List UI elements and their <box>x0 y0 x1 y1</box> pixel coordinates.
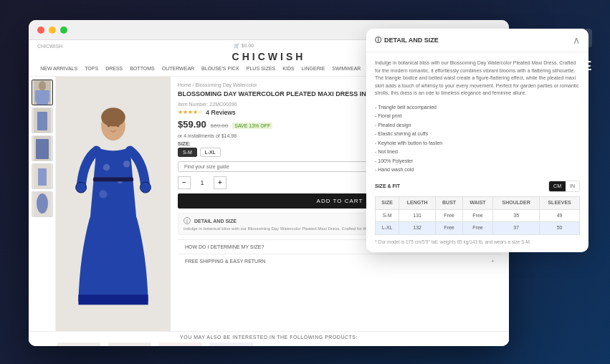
feature-0: Triangle belt accompanied <box>375 103 580 112</box>
nav-lingerie[interactable]: LINGERIE <box>302 66 325 71</box>
col-sleeves: SLEEVES <box>540 197 580 210</box>
row0-size: S-M <box>376 209 399 222</box>
detail-icon: ⓘ <box>375 36 381 45</box>
related-image-1 <box>108 343 151 346</box>
svg-rect-10 <box>38 168 47 186</box>
decrease-qty[interactable]: − <box>178 176 191 189</box>
maximize-button-dot[interactable] <box>60 27 67 34</box>
review-count[interactable]: 4 Reviews <box>206 109 236 116</box>
nav-plus[interactable]: PLUS SIZES <box>247 66 275 71</box>
related-item-3[interactable]: Blossoming Day Watercolor Pleated Maxi D… <box>210 343 257 346</box>
accordion-size-label: HOW DO I DETERMINE MY SIZE? <box>185 244 264 249</box>
table-header-row: SIZE LENGTH BUST WAIST SHOULDER SLEEVES <box>376 197 580 210</box>
product-price: $59.90 <box>178 119 206 130</box>
feature-7: Hand wash cold <box>375 166 580 175</box>
svg-rect-6 <box>37 112 47 130</box>
row0-shoulder: 35 <box>493 209 540 222</box>
nav-swimwear[interactable]: SWIMWEAR <box>332 66 361 71</box>
popup-header: ⓘ DETAIL AND SIZE ∧ <box>366 29 588 52</box>
nav-new-arrivals[interactable]: NEW ARRIVALS <box>40 66 77 71</box>
original-price: $69.00 <box>211 123 228 129</box>
detail-size-popup: ⓘ DETAIL AND SIZE ∧ Indulge in botanical… <box>366 29 588 252</box>
table-row: L-XL 132 Free Free 37 50 <box>376 222 580 235</box>
accordion-expand-icon-1: + <box>491 258 495 264</box>
related-item-2[interactable]: Blossoming Day Watercolor Pleated Maxi D… <box>159 343 206 346</box>
svg-rect-32 <box>159 343 202 346</box>
popup-title: ⓘ DETAIL AND SIZE <box>375 36 439 45</box>
related-title: YOU MAY ALSO BE INTERESTED IN THE FOLLOW… <box>57 335 480 340</box>
table-row: S-M 131 Free Free 35 49 <box>376 209 580 222</box>
col-length: LENGTH <box>399 197 436 210</box>
thumbnail-4[interactable] <box>32 163 53 189</box>
svg-rect-3 <box>35 90 38 102</box>
svg-point-12 <box>37 193 48 214</box>
row0-bust: Free <box>436 209 463 222</box>
feature-4: Keyhole with button to fasten <box>375 139 580 148</box>
size-table: SIZE LENGTH BUST WAIST SHOULDER SLEEVES … <box>375 196 580 235</box>
col-shoulder: SHOULDER <box>493 197 540 210</box>
thumbnail-5[interactable] <box>32 191 53 217</box>
cart-icon[interactable]: 🛒 $0.00 <box>234 43 254 49</box>
svg-rect-36 <box>210 343 253 346</box>
popup-description: Indulge in botanical bliss with our Blos… <box>375 59 580 97</box>
svg-point-19 <box>123 161 130 167</box>
minimize-button-dot[interactable] <box>49 27 56 34</box>
row0-waist: Free <box>463 209 493 222</box>
nav-outerwear[interactable]: OUTERWEAR <box>162 66 194 71</box>
nav-blouses[interactable]: BLOUSE'S PICK <box>201 66 239 71</box>
svg-rect-8 <box>36 139 49 159</box>
svg-rect-28 <box>108 343 151 346</box>
related-image-2 <box>159 343 202 346</box>
svg-rect-2 <box>37 90 48 105</box>
unit-toggle: CM IN <box>548 181 580 193</box>
nav-tops[interactable]: TOPS <box>85 66 98 71</box>
product-main-image <box>56 77 171 331</box>
svg-rect-4 <box>47 90 49 102</box>
quantity-value: 1 <box>195 179 209 186</box>
accordion-shipping[interactable]: FREE SHIPPING & EASY RETURN + <box>178 254 502 268</box>
svg-point-15 <box>101 107 125 126</box>
related-item-1[interactable]: Blossoming Day Watercolor Pleated Maxi D… <box>108 343 155 346</box>
size-sm[interactable]: S-M <box>178 148 197 157</box>
svg-rect-20 <box>78 294 148 305</box>
svg-rect-21 <box>93 177 133 181</box>
popup-body: Indulge in botanical bliss with our Blos… <box>366 52 588 252</box>
row1-size: L-XL <box>376 222 399 235</box>
info-icon: i <box>184 217 191 224</box>
svg-point-18 <box>99 190 107 198</box>
row1-shoulder: 37 <box>493 222 540 235</box>
thumbnail-3[interactable] <box>32 135 53 161</box>
thumbnail-2[interactable] <box>32 107 53 133</box>
unit-in[interactable]: IN <box>566 181 579 192</box>
related-image-3 <box>210 343 253 346</box>
related-products: Rustic Printed Button Down Shirt Dress <box>57 343 257 346</box>
close-button-dot[interactable] <box>37 27 44 34</box>
svg-point-23 <box>140 182 151 193</box>
accordion-shipping-label: FREE SHIPPING & EASY RETURN <box>185 259 265 264</box>
popup-features: Triangle belt accompanied Floral print P… <box>375 103 580 175</box>
nav-bottoms[interactable]: BOTTOMS <box>130 66 154 71</box>
thumbnail-1[interactable] <box>32 80 53 105</box>
row1-sleeves: 50 <box>540 222 580 235</box>
popup-close-button[interactable]: ∧ <box>573 34 580 46</box>
col-bust: BUST <box>436 197 463 210</box>
nav-dress[interactable]: DRESS <box>105 66 123 71</box>
row1-length: 132 <box>399 222 436 235</box>
size-lxl[interactable]: L-XL <box>200 148 221 157</box>
svg-point-1 <box>39 81 46 91</box>
feature-2: Pleated design <box>375 121 580 130</box>
increase-qty[interactable]: + <box>214 176 227 189</box>
row0-length: 131 <box>399 209 436 222</box>
feature-3: Elastic shirring at cuffs <box>375 130 580 139</box>
nav-kids[interactable]: KIDS <box>282 66 294 71</box>
related-item-0[interactable]: Rustic Printed Button Down Shirt Dress <box>57 343 104 346</box>
related-image-0 <box>57 343 100 346</box>
feature-1: Floral print <box>375 112 580 121</box>
svg-point-16 <box>103 163 110 170</box>
model-note: * Our model is 175 cm/5'9" tall, weights… <box>375 239 580 246</box>
size-fit-label: SIZE & FIT <box>375 183 400 191</box>
unit-cm[interactable]: CM <box>549 181 566 192</box>
svg-rect-26 <box>57 343 100 346</box>
svg-point-22 <box>76 182 87 193</box>
col-waist: WAIST <box>463 197 493 210</box>
